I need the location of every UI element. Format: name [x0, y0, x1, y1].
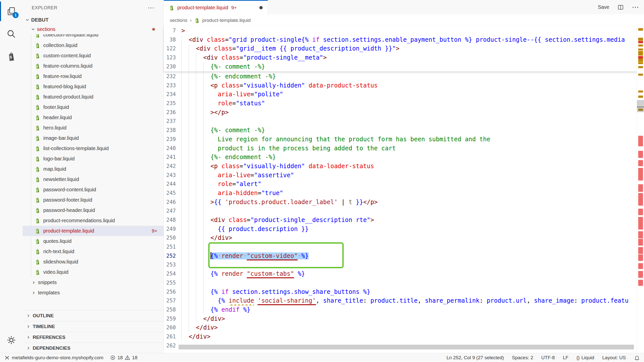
file-item-featured-product.liquid[interactable]: Sfeatured-product.liquid — [23, 92, 164, 102]
code-line-7[interactable]: 7> — [164, 26, 637, 35]
code-line-237[interactable]: 237 — [164, 117, 637, 126]
code-line-240[interactable]: 240 product is in the process being adde… — [164, 144, 637, 153]
code-line-122[interactable]: 122 <div class="grid__item {{ product_de… — [164, 44, 637, 53]
folder-templates[interactable]: templates — [23, 288, 164, 298]
file-item-hero.liquid[interactable]: Shero.liquid — [23, 123, 164, 133]
code-line-232[interactable]: 232 {%- endcomment -%} — [164, 72, 637, 81]
remote-indicator[interactable]: metafields-guru-demo-store.myshopify.com — [4, 355, 103, 361]
code-line-239[interactable]: 239 Live region for announcing that the … — [164, 135, 637, 144]
horizontal-scrollbar[interactable] — [179, 345, 634, 349]
file-item-password-content.liquid[interactable]: Spassword-content.liquid — [23, 185, 164, 195]
clipped-file-item[interactable]: Scollection-template.liquid — [23, 34, 164, 40]
file-item-header.liquid[interactable]: Sheader.liquid — [23, 112, 164, 123]
explorer-more-actions-icon[interactable]: ⋯ — [148, 4, 155, 12]
tab-product-template[interactable]: S product-template.liquid 9+ — [164, 0, 268, 15]
code-line-248[interactable]: 248 <div class="product-single__descript… — [164, 216, 637, 225]
file-item-slideshow.liquid[interactable]: Sslideshow.liquid — [23, 257, 164, 267]
file-item-video.liquid[interactable]: Svideo.liquid — [23, 267, 164, 277]
cursor-position-status[interactable]: Ln 252, Col 9 (27 selected) — [447, 355, 504, 360]
code-line-250[interactable]: 250 </div> — [164, 234, 637, 243]
code-line-258[interactable]: 258 {% endif %} — [164, 305, 637, 314]
language-status[interactable]: {} Liquid — [577, 355, 594, 360]
code-line-243[interactable]: 243 aria-live="assertive" — [164, 171, 637, 180]
shopify-file-icon: S — [35, 125, 40, 131]
code-line-249[interactable]: 249 {{ product.description }} — [164, 225, 637, 234]
more-actions-icon[interactable]: ⋯ — [632, 3, 639, 11]
code-line-257[interactable]: 257 {% include 'social-sharing', share_t… — [164, 296, 637, 305]
folder-snippets[interactable]: snippets — [23, 277, 164, 288]
code-line-246[interactable]: 246 >{{ 'products.product.loader_label' … — [164, 198, 637, 207]
code-line-256[interactable]: 256 {% if section.settings.show_share_bu… — [164, 288, 637, 297]
vertical-scrollbar[interactable] — [637, 100, 644, 112]
code-line-238[interactable]: 238 {%- comment -%} — [164, 126, 637, 135]
code-line-247[interactable]: 247 — [164, 207, 637, 216]
code-line-245[interactable]: 245 aria-hidden="true" — [164, 189, 637, 198]
code-line-254[interactable]: 254 {% render "custom-tabs" %} — [164, 269, 637, 279]
file-item-product-recommendations.liquid[interactable]: Sproduct-recommendations.liquid — [23, 215, 164, 226]
encoding-status[interactable]: UTF-8 — [541, 355, 555, 360]
file-item-featured-blog.liquid[interactable]: Sfeatured-blog.liquid — [23, 81, 164, 92]
warning-icon — [125, 355, 130, 360]
code-editor[interactable]: 232 {%- endcomment -%}233 <p class="visu… — [164, 26, 644, 353]
file-item-custom-content.liquid[interactable]: Scustom-content.liquid — [23, 51, 164, 61]
file-item-quotes.liquid[interactable]: Squotes.liquid — [23, 236, 164, 246]
svg-text:S: S — [36, 86, 38, 88]
breadcrumb[interactable]: sections › S product-template.liquid — [164, 14, 644, 26]
shopify-view-icon[interactable]: S — [0, 45, 23, 68]
line-number: 7 — [164, 26, 181, 35]
file-item-footer.liquid[interactable]: Sfooter.liquid — [23, 102, 164, 112]
panel-references[interactable]: REFERENCES — [23, 332, 164, 343]
code-line-230[interactable]: 230 {%- comment -%} — [164, 62, 637, 71]
code-line-233[interactable]: 233 <p class="visually-hidden" data-prod… — [164, 81, 637, 90]
save-button[interactable]: Save — [598, 4, 609, 10]
file-item-list-collections-template.liquid[interactable]: Slist-collections-template.liquid — [23, 143, 164, 154]
panel-timeline[interactable]: TIMELINE — [23, 321, 164, 332]
code-line-123[interactable]: 123 <div class="product-single__meta"> — [164, 53, 637, 62]
line-number: 254 — [164, 269, 181, 279]
explorer-view-icon[interactable]: 1 — [0, 0, 23, 23]
code-line-260[interactable]: 260 </div> — [164, 323, 637, 332]
panel-outline[interactable]: OUTLINE — [23, 310, 164, 321]
file-item-collection.liquid[interactable]: Scollection.liquid — [23, 40, 164, 51]
code-line-235[interactable]: 235 role="status" — [164, 99, 637, 108]
file-item-password-footer.liquid[interactable]: Spassword-footer.liquid — [23, 195, 164, 205]
split-editor-icon[interactable] — [617, 4, 624, 11]
file-item-newsletter.liquid[interactable]: Snewsletter.liquid — [23, 174, 164, 185]
code-line-234[interactable]: 234 aria-live="polite" — [164, 90, 637, 99]
indentation-status[interactable]: Spaces: 2 — [512, 355, 533, 360]
panel-dependencies[interactable]: DEPENDENCIES — [23, 343, 164, 353]
ruler-mark — [638, 28, 643, 31]
eol-status[interactable]: LF — [563, 355, 568, 360]
settings-gear-icon[interactable] — [0, 329, 23, 351]
file-item-rich-text.liquid[interactable]: Srich-text.liquid — [23, 246, 164, 257]
line-number: 236 — [164, 108, 181, 117]
file-item-map.liquid[interactable]: Smap.liquid — [23, 164, 164, 174]
code-line-241[interactable]: 241 {%- endcomment -%} — [164, 153, 637, 162]
code-line-244[interactable]: 244 role="alert" — [164, 180, 637, 189]
file-item-feature-row.liquid[interactable]: Sfeature-row.liquid — [23, 71, 164, 81]
ruler-mark — [638, 96, 643, 98]
file-item-logo-bar.liquid[interactable]: Slogo-bar.liquid — [23, 154, 164, 164]
code-line-236[interactable]: 236 ></p> — [164, 108, 637, 117]
code-line-255[interactable]: 255 — [164, 279, 637, 288]
problems-status[interactable]: 18 18 — [110, 355, 137, 360]
breadcrumb-folder[interactable]: sections — [170, 18, 187, 23]
file-item-image-bar.liquid[interactable]: Simage-bar.liquid — [23, 133, 164, 143]
code-lines[interactable]: 232 {%- endcomment -%}233 <p class="visu… — [164, 72, 637, 353]
file-item-product-template.liquid[interactable]: Sproduct-template.liquid9+ — [23, 226, 164, 236]
ruler-mark — [638, 231, 643, 238]
breadcrumb-file[interactable]: product-template.liquid — [202, 18, 251, 23]
ruler-mark — [638, 41, 643, 43]
file-item-collection-template.liquid[interactable]: Scollection-template.liquid — [23, 34, 164, 40]
code-line-259[interactable]: 259 </div> — [164, 314, 637, 324]
file-item-password-header.liquid[interactable]: Spassword-header.liquid — [23, 205, 164, 215]
code-line-242[interactable]: 242 <p class="visually-hidden" data-load… — [164, 162, 637, 171]
notifications-bell-icon[interactable] — [634, 355, 640, 361]
workspace-root-debut[interactable]: DEBUT — [23, 16, 164, 24]
folder-sections[interactable]: sections — [23, 24, 164, 34]
search-view-icon[interactable] — [0, 23, 23, 45]
code-line-261[interactable]: 261 </div> — [164, 332, 637, 341]
layout-status[interactable]: Layout: US — [602, 355, 626, 360]
file-item-feature-columns.liquid[interactable]: Sfeature-columns.liquid — [23, 61, 164, 71]
code-line-38[interactable]: 38 <div class="grid product-single{% if … — [164, 35, 637, 44]
